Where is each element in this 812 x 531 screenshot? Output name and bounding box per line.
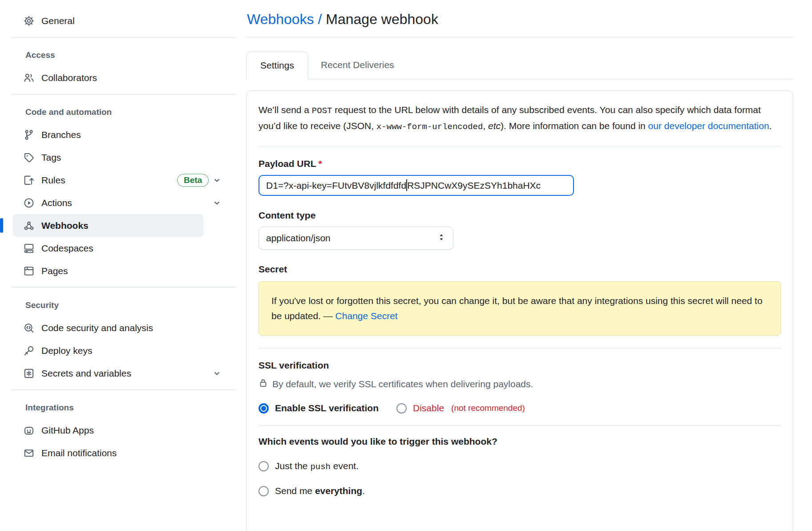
sidebar-item-github-apps[interactable]: GitHub Apps [13, 419, 203, 442]
sidebar-item-branches[interactable]: Branches [13, 123, 203, 146]
disable-ssl-label: Disable [413, 403, 444, 413]
sidebar-section-code-automation: Code and automation [0, 101, 236, 123]
sidebar-section-access: Access [0, 44, 236, 66]
codespaces-icon [24, 243, 34, 254]
enable-ssl-radio[interactable]: Enable SSL verification [259, 403, 379, 413]
label-text: event. [331, 461, 359, 471]
section-divider [259, 146, 781, 146]
radio-unchecked-icon[interactable] [259, 486, 269, 496]
rules-icon [24, 175, 34, 186]
payload-url-label-text: Payload URL [259, 158, 316, 169]
sidebar-item-email-notifications[interactable]: Email notifications [13, 442, 203, 464]
payload-url-input[interactable]: D1=?x-api-key=FUtvBV8vjlkfdfdfdRSJPNCwX9… [259, 175, 574, 196]
sidebar-section-security: Security [0, 294, 236, 316]
unfold-icon [437, 233, 446, 244]
sidebar-item-label: Codespaces [41, 243, 93, 254]
sidebar-divider [11, 94, 236, 94]
payload-url-value: D1=?x-api-key=FUtvBV8vjlkfdfdfd [266, 180, 406, 191]
chevron-down-icon[interactable] [212, 198, 222, 207]
chevron-down-icon[interactable] [212, 175, 222, 185]
page-title-current: Manage webhook [326, 11, 438, 27]
asterisk-box-icon [24, 368, 34, 379]
repo-settings-sidebar: General Access Collaborators Code and au… [0, 0, 236, 464]
content-type-label: Content type [259, 210, 781, 221]
ssl-verification-heading: SSL verification [259, 360, 781, 371]
just-push-event-radio[interactable]: Just the push event. [259, 461, 359, 472]
disable-ssl-radio[interactable]: Disable (not recommended) [396, 403, 525, 413]
sidebar-item-label: GitHub Apps [41, 425, 94, 436]
sidebar-item-secrets-variables[interactable]: Secrets and variables [13, 362, 203, 385]
content-type-value: application/json [266, 233, 437, 243]
code-scan-icon [24, 323, 34, 333]
label-text: Just the [275, 461, 310, 471]
chevron-down-icon[interactable] [212, 369, 222, 378]
sidebar-item-label: Collaborators [41, 73, 97, 83]
sidebar-item-collaborators[interactable]: Collaborators [13, 66, 203, 89]
sidebar-item-code-security[interactable]: Code security and analysis [13, 316, 203, 339]
sidebar-item-actions[interactable]: Actions [13, 191, 203, 214]
sidebar-item-codespaces[interactable]: Codespaces [13, 237, 203, 259]
radio-unchecked-icon[interactable] [396, 403, 407, 413]
lock-icon [259, 378, 268, 390]
description-text: We’ll send a [259, 105, 312, 115]
browser-icon [24, 266, 34, 276]
enable-ssl-label: Enable SSL verification [275, 403, 379, 413]
push-code: push [310, 462, 331, 472]
description-text: ). More information can be found in [501, 121, 648, 131]
sidebar-divider [11, 287, 236, 288]
description-text: , [483, 121, 488, 131]
mail-icon [24, 448, 34, 458]
sidebar-item-label: Actions [41, 198, 72, 208]
description-text: . [769, 121, 772, 131]
play-icon [24, 198, 34, 208]
sidebar-item-deploy-keys[interactable]: Deploy keys [13, 339, 203, 362]
sidebar-item-general[interactable]: General [13, 9, 203, 32]
sidebar-item-rules[interactable]: Rules [13, 169, 203, 191]
page-title: Webhooks / Manage webhook [246, 0, 793, 37]
disable-ssl-note: (not recommended) [451, 403, 525, 413]
event-option-push-row: Just the push event. [259, 461, 781, 472]
content-type-select[interactable]: application/json [259, 227, 453, 250]
developer-documentation-link[interactable]: our developer documentation [648, 121, 769, 131]
key-icon [24, 345, 34, 356]
section-divider [259, 348, 781, 349]
sidebar-item-webhooks[interactable]: Webhooks [13, 214, 203, 237]
secret-label: Secret [259, 264, 781, 275]
secret-warning-banner: If you've lost or forgotten this secret,… [259, 281, 781, 336]
sidebar-item-tags[interactable]: Tags [13, 146, 203, 169]
sidebar-item-label: Webhooks [41, 220, 89, 231]
breadcrumb-separator: / [314, 11, 326, 27]
git-branch-icon [24, 130, 34, 140]
sidebar-item-label: Pages [41, 266, 68, 276]
sidebar-item-label: Branches [41, 130, 81, 140]
sidebar-item-label: Secrets and variables [41, 368, 131, 379]
ssl-description-row: By default, we verify SSL certificates w… [259, 378, 781, 390]
radio-unchecked-icon[interactable] [259, 461, 269, 471]
change-secret-link[interactable]: Change Secret [335, 311, 398, 321]
sidebar-divider [11, 389, 236, 390]
beta-badge: Beta [177, 174, 209, 186]
radio-checked-icon[interactable] [259, 403, 269, 413]
section-divider [259, 425, 781, 426]
payload-url-label: Payload URL* [259, 158, 781, 169]
webhook-description: We’ll send a POST request to the URL bel… [259, 102, 781, 134]
webhook-tabs: Settings Recent Deliveries [246, 51, 793, 79]
events-question-heading: Which events would you like to trigger t… [259, 436, 781, 447]
sidebar-item-label: Tags [41, 152, 61, 163]
hubot-icon [24, 425, 34, 436]
ssl-radio-group: Enable SSL verification Disable (not rec… [259, 403, 781, 413]
tab-settings[interactable]: Settings [246, 52, 308, 80]
sidebar-item-label: Rules [41, 175, 65, 186]
tag-icon [24, 152, 34, 163]
people-icon [24, 73, 34, 83]
webhooks-breadcrumb-link[interactable]: Webhooks [247, 11, 314, 27]
required-asterisk: * [319, 158, 322, 169]
sidebar-section-integrations: Integrations [0, 396, 236, 419]
event-option-everything-row: Send me everything. [259, 486, 781, 496]
send-everything-radio[interactable]: Send me everything. [259, 486, 365, 496]
sidebar-item-pages[interactable]: Pages [13, 259, 203, 282]
ssl-description-text: By default, we verify SSL certificates w… [272, 379, 533, 389]
tab-recent-deliveries[interactable]: Recent Deliveries [308, 51, 407, 79]
send-everything-label: Send me everything. [275, 486, 365, 496]
sidebar-item-label: General [41, 16, 75, 26]
